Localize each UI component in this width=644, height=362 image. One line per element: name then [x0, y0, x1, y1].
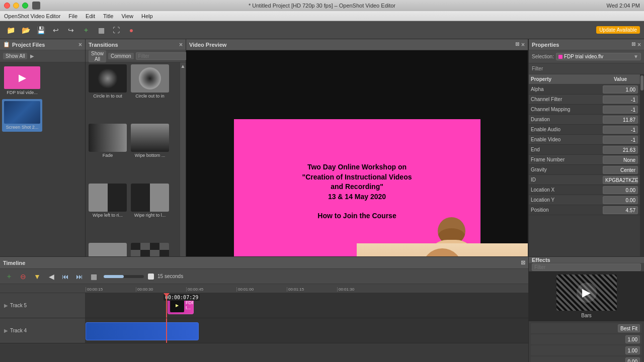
traffic-lights — [4, 3, 28, 9]
ruler-mark-1: 00:00:30 — [136, 287, 186, 292]
effect-val-3: 0.00 — [625, 357, 640, 362]
show-all-button[interactable]: Show All — [3, 53, 27, 59]
tl-checkbox[interactable] — [148, 274, 154, 280]
effect-large-thumb[interactable]: ▶ — [556, 275, 617, 311]
prop-rows-container: Alpha 1.00 Channel Filter -1 Channel Map… — [529, 84, 640, 215]
transition-wipe-left[interactable]: Wipe left to ri... — [88, 184, 128, 241]
selection-value-display: FDP trial video.flv ▼ — [556, 53, 641, 60]
prop-value-3[interactable]: 11.87 — [603, 116, 638, 124]
effects-title: Effects — [532, 257, 550, 263]
effect-value-rows: Best Fit 1.00 1.00 0.00 0.00 9.77 — [529, 321, 644, 362]
preview-close[interactable]: × — [521, 41, 525, 48]
prop-value-7[interactable]: None — [603, 156, 638, 164]
clip-fdp-label: FDP t... — [186, 300, 194, 310]
window-title: * Untitled Project [HD 720p 30 fps] – Op… — [249, 3, 395, 9]
prop-value-12[interactable]: 4.57 — [603, 206, 638, 214]
prop-value-6[interactable]: 21.63 — [603, 146, 638, 154]
menu-help[interactable]: Help — [141, 13, 153, 19]
prop-row-9: ID KPGBA2TKZE — [529, 175, 640, 185]
prop-value-10[interactable]: 0.00 — [603, 186, 638, 194]
toolbar: 📁 📂 💾 ↩ ↪ ＋ ▦ ⛶ ● Update Available — [0, 21, 644, 39]
close-button[interactable] — [4, 3, 10, 9]
menu-app[interactable]: OpenShot Video Editor — [4, 13, 60, 19]
minimize-button[interactable] — [13, 3, 19, 9]
transitions-show-all[interactable]: Show All — [89, 50, 106, 62]
menu-edit[interactable]: Edit — [86, 13, 95, 19]
prop-col-value: Value — [603, 76, 638, 82]
properties-close[interactable]: × — [637, 41, 641, 48]
prop-value-2[interactable]: -1 — [603, 106, 638, 114]
ruler-mark-4: 00:01:15 — [287, 287, 337, 292]
prop-row-2: Channel Mapping -1 — [529, 105, 640, 115]
toolbar-undo[interactable]: ↩ — [49, 24, 62, 37]
transition-fade[interactable]: Fade — [88, 124, 128, 181]
track-5-name: Track 5 — [10, 303, 27, 308]
selection-dropdown-arrow[interactable]: ▼ — [633, 54, 638, 59]
toolbar-save[interactable]: 💾 — [34, 24, 47, 37]
prop-scroll-thumb[interactable] — [640, 75, 643, 90]
menu-bar: OpenShot Video Editor File Edit Title Vi… — [0, 11, 644, 21]
tl-jump-end[interactable]: ⏭ — [73, 270, 86, 283]
file-item-screenshot[interactable]: Screen Shot 2... — [2, 99, 42, 132]
toolbar-redo[interactable]: ↪ — [64, 24, 77, 37]
transitions-close[interactable]: × — [179, 41, 183, 48]
tl-left[interactable]: ◀ — [45, 270, 57, 283]
tl-snap[interactable]: ▦ — [88, 270, 100, 283]
prop-value-4[interactable]: -1 — [603, 126, 638, 134]
tl-down[interactable]: ▼ — [31, 270, 43, 283]
video-preview-title: Video Preview — [189, 42, 226, 48]
toolbar-new[interactable]: 📁 — [4, 24, 17, 37]
toolbar-fullscreen[interactable]: ⛶ — [110, 24, 123, 37]
effect-val-bestfit: Best Fit — [618, 324, 640, 332]
prop-value-8[interactable]: Center — [603, 166, 638, 174]
toolbar-split[interactable]: ▦ — [95, 24, 108, 37]
prop-value-1[interactable]: -1 — [603, 96, 638, 104]
transitions-common[interactable]: Common — [108, 53, 134, 59]
transition-wipe-bottom[interactable]: Wipe bottom ... — [130, 124, 170, 181]
project-files-close[interactable]: × — [78, 41, 82, 48]
prop-value-0[interactable]: 1.00 — [603, 85, 638, 94]
effects-header: Effects — [529, 257, 644, 263]
video-text-line4: How to Join the Course — [295, 212, 419, 220]
scroll-up-arrow[interactable]: ▲ — [181, 63, 186, 69]
track-4-content[interactable] — [86, 318, 528, 343]
clip-blue-track4[interactable] — [86, 322, 199, 340]
transition-thumb-wipe-left — [89, 184, 127, 212]
prop-value-9[interactable]: KPGBA2TKZE — [603, 176, 638, 184]
maximize-button[interactable] — [22, 3, 28, 9]
menu-view[interactable]: View — [121, 13, 133, 19]
effects-filter-input[interactable] — [532, 263, 641, 271]
timeline-toggle[interactable]: ⊠ — [521, 259, 525, 266]
prop-value-5[interactable]: -1 — [603, 136, 638, 144]
menu-title[interactable]: Title — [103, 13, 113, 19]
prop-row-5: Enable Video -1 — [529, 135, 640, 145]
transition-wipe-right[interactable]: Wipe right to l... — [130, 184, 170, 241]
tl-remove[interactable]: ⊖ — [17, 270, 29, 283]
track-5-content[interactable]: 00:00:07:29 ▶ FDP t... — [86, 293, 528, 318]
prop-name-0: Alpha — [531, 86, 603, 92]
transition-circle-in[interactable]: Circle in to out — [88, 64, 128, 122]
tl-zoom-indicator: 15 seconds — [157, 274, 183, 279]
toolbar-open[interactable]: 📂 — [19, 24, 32, 37]
effects-filter-bar — [529, 263, 644, 272]
effect-thumb-bg: ▶ — [556, 275, 617, 311]
selection-filename: FDP trial video.flv — [564, 54, 603, 59]
update-badge[interactable]: Update Available — [596, 26, 640, 34]
tl-add-track[interactable]: ＋ — [3, 270, 15, 283]
ruler-mark-0: 00:00:15 — [86, 287, 136, 292]
transition-circle-out[interactable]: Circle out to in — [130, 64, 170, 122]
prop-value-11[interactable]: 0.00 — [603, 196, 638, 204]
menu-file[interactable]: File — [68, 13, 77, 19]
toolbar-add[interactable]: ＋ — [79, 24, 93, 37]
prop-name-10: Location X — [531, 187, 603, 193]
ruler-mark-2: 00:00:45 — [186, 287, 236, 292]
file-item-fdp[interactable]: ▶ FDP trial vide... — [2, 64, 42, 97]
circle-out-visual — [139, 67, 161, 89]
toolbar-red[interactable]: ● — [125, 24, 138, 37]
tl-jump-start[interactable]: ⏮ — [59, 270, 71, 283]
prop-col-property: Property — [531, 76, 603, 82]
track-5-arrow: ▶ — [4, 303, 8, 308]
prop-name-8: Gravity — [531, 167, 603, 172]
prop-name-6: End — [531, 147, 603, 152]
transition-label-wipe-right: Wipe right to l... — [131, 213, 169, 218]
